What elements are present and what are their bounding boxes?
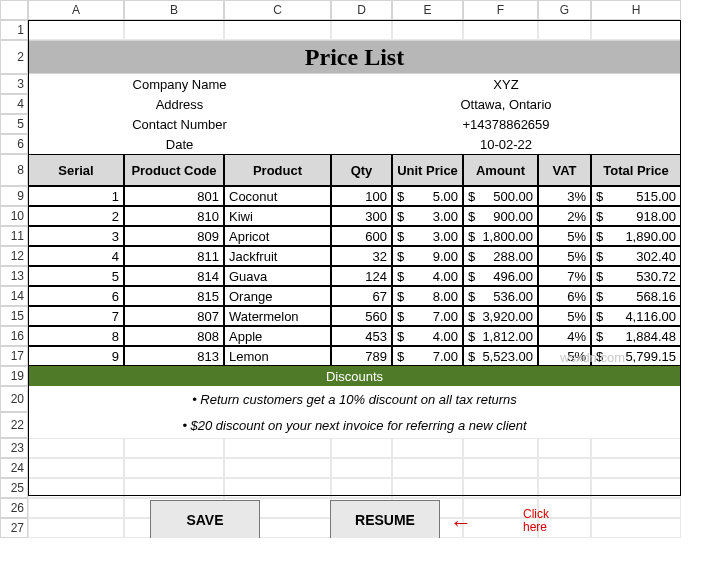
table-header[interactable]: Amount	[463, 154, 538, 186]
table-cell[interactable]: Apple	[224, 326, 331, 346]
resume-button[interactable]: RESUME	[330, 500, 440, 538]
cell-blank[interactable]	[28, 458, 124, 478]
table-cell[interactable]: $918.00	[591, 206, 681, 226]
table-cell[interactable]: 810	[124, 206, 224, 226]
row-header-10[interactable]: 10	[0, 206, 28, 226]
cell-blank[interactable]	[392, 20, 463, 40]
column-header-F[interactable]: F	[463, 0, 538, 20]
select-all-corner[interactable]	[0, 0, 28, 20]
table-cell[interactable]: 6	[28, 286, 124, 306]
table-cell[interactable]: 809	[124, 226, 224, 246]
table-cell[interactable]: 300	[331, 206, 392, 226]
row-header-4[interactable]: 4	[0, 94, 28, 114]
table-cell[interactable]: 100	[331, 186, 392, 206]
column-header-D[interactable]: D	[331, 0, 392, 20]
cell-blank[interactable]	[463, 438, 538, 458]
cell-blank[interactable]	[124, 478, 224, 498]
cell-blank[interactable]	[28, 438, 124, 458]
table-cell[interactable]: $500.00	[463, 186, 538, 206]
table-cell[interactable]: 560	[331, 306, 392, 326]
table-cell[interactable]: Guava	[224, 266, 331, 286]
row-header-5[interactable]: 5	[0, 114, 28, 134]
table-cell[interactable]: Jackfruit	[224, 246, 331, 266]
table-cell[interactable]: $4.00	[392, 266, 463, 286]
table-cell[interactable]: 789	[331, 346, 392, 366]
column-header-C[interactable]: C	[224, 0, 331, 20]
table-cell[interactable]: $530.72	[591, 266, 681, 286]
row-header-25[interactable]: 25	[0, 478, 28, 498]
table-cell[interactable]: $3,920.00	[463, 306, 538, 326]
table-cell[interactable]: $568.16	[591, 286, 681, 306]
cell-blank[interactable]	[591, 458, 681, 478]
table-cell[interactable]: $7.00	[392, 306, 463, 326]
cell-blank[interactable]	[331, 458, 392, 478]
cell-blank[interactable]	[28, 498, 124, 518]
row-header-9[interactable]: 9	[0, 186, 28, 206]
table-cell[interactable]: $8.00	[392, 286, 463, 306]
table-cell[interactable]: $900.00	[463, 206, 538, 226]
cell-blank[interactable]	[538, 438, 591, 458]
table-cell[interactable]: 67	[331, 286, 392, 306]
row-header-8[interactable]: 8	[0, 154, 28, 186]
table-cell[interactable]: 813	[124, 346, 224, 366]
table-cell[interactable]: $4,116.00	[591, 306, 681, 326]
row-header-24[interactable]: 24	[0, 458, 28, 478]
table-header[interactable]: Serial	[28, 154, 124, 186]
cell-blank[interactable]	[28, 518, 124, 538]
row-header-2[interactable]: 2	[0, 40, 28, 74]
table-cell[interactable]: Watermelon	[224, 306, 331, 326]
table-cell[interactable]: $515.00	[591, 186, 681, 206]
table-cell[interactable]: Kiwi	[224, 206, 331, 226]
table-cell[interactable]: 124	[331, 266, 392, 286]
row-header-20[interactable]: 20	[0, 386, 28, 412]
column-header-E[interactable]: E	[392, 0, 463, 20]
table-cell[interactable]: $302.40	[591, 246, 681, 266]
cell-blank[interactable]	[392, 438, 463, 458]
row-header-3[interactable]: 3	[0, 74, 28, 94]
cell-blank[interactable]	[392, 478, 463, 498]
table-cell[interactable]: Coconut	[224, 186, 331, 206]
cell-blank[interactable]	[591, 478, 681, 498]
table-cell[interactable]: 600	[331, 226, 392, 246]
table-cell[interactable]: 7	[28, 306, 124, 326]
cell-blank[interactable]	[591, 498, 681, 518]
row-header-14[interactable]: 14	[0, 286, 28, 306]
table-header[interactable]: Total Price	[591, 154, 681, 186]
table-cell[interactable]: $3.00	[392, 206, 463, 226]
cell-blank[interactable]	[331, 20, 392, 40]
table-header[interactable]: Unit Price	[392, 154, 463, 186]
table-cell[interactable]: 9	[28, 346, 124, 366]
table-cell[interactable]: 4%	[538, 326, 591, 346]
row-header-12[interactable]: 12	[0, 246, 28, 266]
cell-blank[interactable]	[224, 478, 331, 498]
table-cell[interactable]: 815	[124, 286, 224, 306]
table-cell[interactable]: 811	[124, 246, 224, 266]
row-header-6[interactable]: 6	[0, 134, 28, 154]
table-cell[interactable]: $4.00	[392, 326, 463, 346]
row-header-23[interactable]: 23	[0, 438, 28, 458]
row-header-1[interactable]: 1	[0, 20, 28, 40]
table-header[interactable]: Qty	[331, 154, 392, 186]
row-header-15[interactable]: 15	[0, 306, 28, 326]
cell-blank[interactable]	[463, 20, 538, 40]
column-header-H[interactable]: H	[591, 0, 681, 20]
row-header-11[interactable]: 11	[0, 226, 28, 246]
cell-blank[interactable]	[124, 20, 224, 40]
table-cell[interactable]: 5	[28, 266, 124, 286]
row-header-27[interactable]: 27	[0, 518, 28, 538]
table-cell[interactable]: 808	[124, 326, 224, 346]
table-header[interactable]: VAT	[538, 154, 591, 186]
cell-blank[interactable]	[28, 20, 124, 40]
cell-blank[interactable]	[28, 478, 124, 498]
table-cell[interactable]: 2%	[538, 206, 591, 226]
cell-blank[interactable]	[591, 518, 681, 538]
table-cell[interactable]: 2	[28, 206, 124, 226]
cell-blank[interactable]	[224, 438, 331, 458]
cell-blank[interactable]	[538, 478, 591, 498]
table-cell[interactable]: 807	[124, 306, 224, 326]
table-cell[interactable]: 801	[124, 186, 224, 206]
save-button[interactable]: SAVE	[150, 500, 260, 538]
row-header-26[interactable]: 26	[0, 498, 28, 518]
table-cell[interactable]: $5.00	[392, 186, 463, 206]
table-cell[interactable]: 814	[124, 266, 224, 286]
